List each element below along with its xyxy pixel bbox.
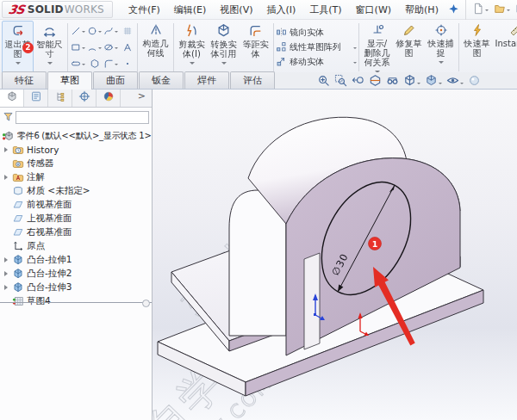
graphics-viewport[interactable]: 软件自学网 WWW.RJZXW.COM 软件自学网 WWW.RJZXW.COM … <box>152 89 517 420</box>
edit-appearance-button[interactable] <box>468 74 481 90</box>
tree-item-origin-8[interactable]: 原点 <box>0 239 152 253</box>
convert-entities-dropdown[interactable] <box>221 62 227 67</box>
expand-arrow-icon[interactable] <box>4 257 10 262</box>
quick-snaps-button[interactable]: 快速捕捉 <box>425 21 457 74</box>
linear-pattern-dropdown[interactable] <box>353 47 357 51</box>
display-delete-relations-button[interactable]: 显示/删除几何关系 <box>361 21 393 74</box>
move-entities-button[interactable]: 移动实体 <box>276 56 357 69</box>
previous-view-button[interactable] <box>352 74 364 90</box>
expand-arrow-icon[interactable] <box>4 147 10 152</box>
menu-item-0[interactable]: 文件(F) <box>121 1 167 19</box>
tree-item-label: 凸台-拉伸1 <box>27 254 72 266</box>
ribbon-separator <box>358 23 359 71</box>
smart-dimension-button[interactable]: 智能尺寸 <box>34 21 65 74</box>
tree-item-sketch-active-12[interactable]: 草图4 <box>0 294 152 308</box>
sketch-tool-fillet-button[interactable] <box>103 56 119 72</box>
sketch-tool-circle-button[interactable] <box>86 23 103 40</box>
quick-snaps-dropdown[interactable] <box>439 61 444 66</box>
offset-entities-button[interactable]: 等距实体 <box>240 21 271 74</box>
tree-item-label: 上视基准面 <box>27 213 72 225</box>
view-orientation-button[interactable] <box>403 74 420 90</box>
convert-entities-button[interactable]: 转换实体引用 <box>208 21 240 74</box>
section-view-button[interactable] <box>369 74 382 90</box>
tree-item-boss-extrude-10[interactable]: 凸台-拉伸2 <box>0 267 152 281</box>
tree-item-boss-extrude-9[interactable]: 凸台-拉伸1 <box>0 253 152 267</box>
filter-input[interactable] <box>16 111 149 124</box>
linear-pattern-button[interactable]: 线性草图阵列 <box>276 41 357 54</box>
rectangle-icon <box>71 40 81 56</box>
sketch-tool-slot-button[interactable] <box>70 56 86 72</box>
sketch-active-icon <box>12 295 24 307</box>
sketch-tool-point-button[interactable] <box>119 56 135 72</box>
sketch-tool-rectangle-button[interactable] <box>70 40 86 56</box>
tree-item-label: 前视基准面 <box>27 199 72 211</box>
view-settings-button[interactable] <box>386 74 399 90</box>
trim-entities-button[interactable]: 剪裁实体(I) <box>176 21 208 74</box>
tree-item-plane-6[interactable]: 上视基准面 <box>0 212 152 225</box>
menu-item-2[interactable]: 视图(V) <box>213 1 259 19</box>
tree-item-label: 材质 <未指定> <box>27 185 90 197</box>
dimxpertmanager-icon <box>78 90 90 106</box>
splitter-handle[interactable] <box>142 300 150 307</box>
display-style-button[interactable] <box>425 74 442 90</box>
menu-item-4[interactable]: 工具(T) <box>302 1 348 19</box>
expand-arrow-icon[interactable] <box>4 175 10 180</box>
mirror-entities-button[interactable]: 镜向实体 <box>276 27 357 40</box>
tree-item-folder-annotations-3[interactable]: 注解 <box>0 170 152 184</box>
menu-item-3[interactable]: 插入(I) <box>259 1 302 19</box>
instant2d-button[interactable]: Instant2D <box>493 21 517 74</box>
smart-dimension-icon <box>42 23 57 40</box>
tree-item-boss-extrude-11[interactable]: 凸台-拉伸3 <box>0 281 152 294</box>
sketch-tool-spline-button[interactable] <box>103 23 119 40</box>
sketch-tool-polygon-button[interactable] <box>86 56 103 72</box>
panel-splitter[interactable] <box>0 302 152 303</box>
panel-tabs-overflow[interactable]: > <box>138 89 152 107</box>
zoom-fit-button[interactable] <box>317 74 330 90</box>
ribbon-tab-5[interactable]: 评估 <box>230 71 275 89</box>
tree-item-root[interactable]: 零件6 (默认<<默认>_显示状态 1>) <box>0 129 152 143</box>
folder-sensors-icon <box>12 158 24 170</box>
tree-item-folder-history-1[interactable]: History <box>0 143 152 157</box>
hide-show-items-button[interactable] <box>446 74 464 90</box>
expand-arrow-icon[interactable] <box>4 271 10 276</box>
ribbon-tab-3[interactable]: 钣金 <box>139 71 184 89</box>
panel-tab-displaymanager[interactable] <box>97 89 121 107</box>
tree-item-material-4[interactable]: 材质 <未指定> <box>0 184 152 198</box>
construction-geometry-button[interactable]: 构造几何线 <box>140 21 171 74</box>
sketch-tool-text-tool-button[interactable] <box>119 40 135 56</box>
ribbon-tab-0[interactable]: 特征 <box>2 71 47 89</box>
repair-sketch-button[interactable]: 修复草图 <box>393 21 425 74</box>
sketch-tool-line-button[interactable] <box>70 23 86 40</box>
tree-item-plane-7[interactable]: 右视基准面 <box>0 225 152 239</box>
sketch-tool-arc-button[interactable] <box>86 40 103 56</box>
smart-dimension-dropdown[interactable] <box>47 62 53 67</box>
exit-sketch-dropdown[interactable] <box>16 62 21 67</box>
sketch-tool-partial-ellipse-button[interactable] <box>103 40 119 56</box>
move-entities-dropdown[interactable] <box>353 62 357 65</box>
ribbon-tab-2[interactable]: 曲面 <box>93 71 138 89</box>
circle-icon <box>87 23 97 40</box>
tree-item-plane-5[interactable]: 前视基准面 <box>0 198 152 212</box>
menu-item-6[interactable]: 帮助(H) <box>398 1 445 19</box>
menu-item-1[interactable]: 编辑(E) <box>167 1 214 19</box>
new-document-button[interactable] <box>470 0 490 20</box>
panel-tab-featuremanager[interactable] <box>0 89 24 107</box>
tree-item-folder-sensors-2[interactable]: 传感器 <box>0 157 152 170</box>
exit-sketch-button[interactable]: 退出草图 2 <box>2 21 34 74</box>
expand-arrow-icon[interactable] <box>4 285 10 290</box>
open-document-button[interactable] <box>492 0 512 20</box>
panel-tab-dimxpertmanager[interactable] <box>72 89 97 107</box>
sketch-tool-surface-grid-button[interactable] <box>119 23 135 40</box>
trim-entities-dropdown[interactable] <box>190 62 195 67</box>
panel-tab-configurationmanager[interactable] <box>48 89 72 107</box>
previous-view-icon <box>352 74 364 90</box>
zoom-to-area-button[interactable] <box>334 74 347 90</box>
panel-tab-propertymanager[interactable] <box>24 89 48 107</box>
save-button[interactable] <box>514 0 517 20</box>
rapid-sketch-button[interactable]: 快速草图 <box>461 21 493 74</box>
menu-item-5[interactable]: 窗口(W) <box>349 1 398 19</box>
ribbon-tab-1[interactable]: 草图 <box>47 71 92 90</box>
ribbon-tab-4[interactable]: 焊件 <box>184 71 229 89</box>
pushpin-icon[interactable] <box>448 2 459 18</box>
display-style-icon <box>425 74 438 90</box>
